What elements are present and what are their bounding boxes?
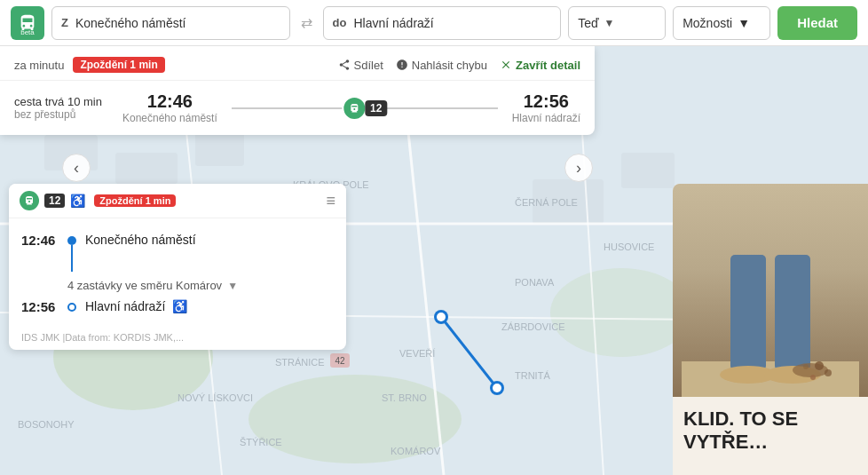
svg-point-37 xyxy=(493,384,501,392)
svg-text:TRNITÁ: TRNITÁ xyxy=(515,370,550,381)
svg-text:ŠTÝŘICE: ŠTÝŘICE xyxy=(240,437,282,447)
svg-text:ZÁBRDOVICE: ZÁBRDOVICE xyxy=(501,321,565,332)
intermediate-text: 4 zastávky ve směru Komárov xyxy=(67,279,222,292)
tram-number-badge: 12 xyxy=(365,100,387,116)
route-dot: 12 xyxy=(342,96,387,121)
top-bar: za minutu Zpoždění 1 min Sdílet Nahlásit… xyxy=(0,46,595,81)
stop-time-start: 12:46 xyxy=(21,233,59,248)
svg-point-35 xyxy=(437,313,446,321)
report-icon xyxy=(396,59,408,71)
top-bar-actions: Sdílet Nahlásit chybu Zavřít detail xyxy=(338,59,581,72)
accessible-icon-end: ♿ xyxy=(169,299,187,313)
detail-header: 12 ♿ Zpoždění 1 min ≡ xyxy=(9,184,346,218)
stop-name-end: Hlavní nádraží ♿ xyxy=(85,299,187,313)
stop-name-start: Konečného náměstí xyxy=(85,233,196,247)
intermediate-arrow-icon: ▼ xyxy=(227,280,238,292)
svg-rect-6 xyxy=(115,153,178,184)
report-label: Nahlásit chybu xyxy=(412,59,487,72)
from-label: Z xyxy=(61,16,68,29)
svg-point-4 xyxy=(550,268,692,357)
ad-person-image xyxy=(682,184,859,397)
detail-panel: 12 ♿ Zpoždění 1 min ≡ 12:46 Konečného ná… xyxy=(9,184,346,350)
stop-dot-end xyxy=(67,303,76,312)
detail-source: IDS JMK |Data from: KORDIS JMK,... xyxy=(9,329,346,350)
time-selector[interactable]: Teď ▼ xyxy=(568,6,666,40)
svg-text:NOVÝ LÍSKOVCI: NOVÝ LÍSKOVCI xyxy=(178,392,253,403)
stop-dot-end-col xyxy=(67,299,76,312)
ad-text-area: KLID. TO SEVYTŘE… xyxy=(673,397,868,465)
swap-icon[interactable]: ⇄ xyxy=(297,14,316,31)
delay-badge: Zpoždění 1 min xyxy=(73,57,164,73)
next-route-button[interactable]: › xyxy=(564,154,593,182)
from-search-bar[interactable]: Z xyxy=(51,6,290,40)
report-button[interactable]: Nahlásit chybu xyxy=(396,59,487,72)
svg-text:ČERNÁ POLE: ČERNÁ POLE xyxy=(515,197,578,208)
route-panel: za minutu Zpoždění 1 min Sdílet Nahlásit… xyxy=(0,46,595,135)
svg-point-50 xyxy=(810,375,816,380)
logo: beta xyxy=(11,6,44,40)
close-detail-button[interactable]: Zavřít detail xyxy=(500,59,580,72)
time-end: 12:56 xyxy=(524,91,569,112)
options-chevron-icon: ▼ xyxy=(738,16,750,30)
prev-route-button[interactable]: ‹ xyxy=(62,154,91,182)
options-label: Možnosti xyxy=(683,16,732,30)
stop-row-start: 12:46 Konečného náměstí xyxy=(21,227,334,277)
stop-dot-start xyxy=(67,236,76,245)
to-input[interactable] xyxy=(353,16,551,30)
svg-text:STRÁNICE: STRÁNICE xyxy=(275,357,325,368)
minutes-label: za minutu xyxy=(14,59,64,72)
svg-text:42: 42 xyxy=(335,356,345,366)
tram-icon xyxy=(342,96,367,121)
from-input[interactable] xyxy=(75,16,280,30)
svg-point-51 xyxy=(803,364,809,369)
header: beta Z ⇄ do Teď ▼ Možnosti ▼ Hledat xyxy=(0,0,868,46)
stop-time-end: 12:56 xyxy=(21,299,59,314)
detail-menu-button[interactable]: ≡ xyxy=(326,192,335,210)
svg-point-49 xyxy=(825,369,832,376)
svg-text:BOSONOHY: BOSONOHY xyxy=(18,419,75,430)
svg-rect-9 xyxy=(621,153,675,188)
start-stop-col: 12:46 Konečného náměstí xyxy=(122,91,217,124)
end-stop-col: 12:56 Hlavní nádraží xyxy=(512,91,580,124)
detail-stops: 12:46 Konečného náměstí 4 zastávky ve sm… xyxy=(9,218,346,329)
time-start: 12:46 xyxy=(147,91,193,112)
ad-image-area xyxy=(673,184,868,397)
close-detail-label: Zavřít detail xyxy=(516,59,580,72)
search-button[interactable]: Hledat xyxy=(777,6,857,40)
detail-tram-number: 12 xyxy=(44,194,65,208)
svg-text:PONAVA: PONAVA xyxy=(515,277,555,288)
options-selector[interactable]: Možnosti ▼ xyxy=(673,6,770,40)
detail-delay-badge: Zpoždění 1 min xyxy=(94,194,176,207)
svg-text:KOMÁROV: KOMÁROV xyxy=(391,446,441,456)
detail-tram-icon xyxy=(20,191,39,210)
share-icon xyxy=(338,59,351,71)
svg-rect-43 xyxy=(730,255,766,370)
svg-text:ST. BRNO: ST. BRNO xyxy=(382,392,427,403)
stop-start-name: Konečného náměstí xyxy=(122,112,217,124)
share-button[interactable]: Sdílet xyxy=(338,59,383,72)
to-label: do xyxy=(333,16,347,29)
ad-panel: Reklama KLID. TO SEVYTŘE… xyxy=(673,184,868,475)
route-transfers: bez přestupů xyxy=(14,108,112,121)
stop-end-name: Hlavní nádraží xyxy=(512,112,580,124)
detail-accessible-icon: ♿ xyxy=(70,194,85,208)
svg-text:VEVEŘÍ: VEVEŘÍ xyxy=(399,348,436,359)
share-label: Sdílet xyxy=(354,59,383,72)
main-content: BYSTRC KOHOUTOVICE BOSONOHY JUNDROV KRÁL… xyxy=(0,46,868,475)
stop-line-vert-1 xyxy=(71,245,73,272)
route-summary: cesta trvá 10 min bez přestupů 12:46 Kon… xyxy=(0,81,595,135)
time-selector-label: Teď xyxy=(578,16,598,30)
route-info: cesta trvá 10 min bez přestupů xyxy=(14,95,112,121)
route-duration: cesta trvá 10 min xyxy=(14,95,112,108)
svg-rect-44 xyxy=(775,255,810,370)
route-line: 12 xyxy=(232,107,498,109)
stop-dot-start-col xyxy=(67,233,76,272)
stop-row-end: 12:56 Hlavní nádraží ♿ xyxy=(21,294,334,320)
svg-point-48 xyxy=(815,361,824,370)
to-search-bar[interactable]: do xyxy=(323,6,562,40)
time-chevron-icon: ▼ xyxy=(604,17,615,29)
close-icon xyxy=(500,59,512,71)
intermediate-stops-row[interactable]: 4 zastávky ve směru Komárov ▼ xyxy=(21,277,334,294)
ad-headline: KLID. TO SEVYTŘE… xyxy=(683,408,857,455)
svg-text:HUSOVICE: HUSOVICE xyxy=(604,241,654,252)
